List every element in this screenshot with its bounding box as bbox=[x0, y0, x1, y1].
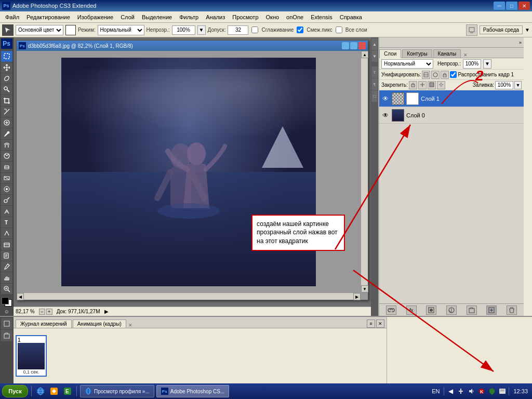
tray-arrow[interactable]: ◀ bbox=[446, 387, 455, 395]
tool-pen[interactable] bbox=[1, 206, 12, 216]
fill-input[interactable] bbox=[495, 81, 513, 89]
menu-onone[interactable]: onOne bbox=[283, 13, 307, 21]
layer-opacity-input[interactable] bbox=[463, 59, 481, 69]
layer-group-btn[interactable] bbox=[467, 305, 477, 315]
unify-position-btn[interactable] bbox=[422, 71, 430, 79]
canvas-close[interactable] bbox=[358, 42, 366, 49]
tool-type[interactable]: T bbox=[1, 217, 12, 228]
side-tool-1[interactable]: ▲ bbox=[371, 38, 378, 50]
menu-help[interactable]: Справка bbox=[337, 13, 365, 21]
side-tool-5[interactable]: □ bbox=[371, 90, 378, 102]
workspace-icon[interactable] bbox=[466, 24, 477, 36]
layer-blend-mode[interactable]: Нормальный bbox=[381, 59, 433, 69]
menu-layer[interactable]: Слой bbox=[117, 13, 138, 21]
foreground-color[interactable] bbox=[65, 25, 76, 35]
taskbar-item-photoshop[interactable]: Ps Adobe Photoshop CS... bbox=[156, 385, 230, 397]
tool-zoom[interactable] bbox=[1, 284, 12, 294]
tray-security-icon[interactable] bbox=[488, 387, 496, 395]
scroll-h-track[interactable] bbox=[24, 293, 353, 300]
antialias-checkbox[interactable] bbox=[251, 26, 258, 33]
scroll-v-track[interactable] bbox=[361, 58, 368, 285]
tool-magic-wand[interactable] bbox=[1, 84, 12, 95]
lock-pixels-btn[interactable] bbox=[409, 81, 417, 89]
bottom-tool-1[interactable] bbox=[1, 318, 12, 329]
tray-network-icon[interactable] bbox=[457, 387, 465, 395]
panel-menu-btn[interactable]: ≡ bbox=[367, 320, 375, 328]
ie-icon[interactable] bbox=[35, 385, 46, 397]
layer-new-btn[interactable] bbox=[486, 305, 497, 315]
layer-adjustment-btn[interactable] bbox=[446, 305, 457, 315]
tool-brush[interactable] bbox=[1, 128, 12, 139]
canvas-maximize[interactable] bbox=[350, 42, 357, 49]
tray-volume-icon[interactable] bbox=[467, 387, 475, 395]
layers-panel-close[interactable]: ✕ bbox=[463, 52, 468, 58]
tool-move[interactable] bbox=[1, 62, 12, 73]
lang-indicator[interactable]: EN bbox=[430, 388, 442, 394]
opacity-arrow[interactable]: ▼ bbox=[197, 25, 206, 35]
lock-pos-btn[interactable] bbox=[418, 81, 427, 89]
menu-edit[interactable]: Редактирование bbox=[23, 13, 73, 21]
quick-mask[interactable]: ⊙ bbox=[2, 308, 11, 315]
scroll-up-btn[interactable]: ▲ bbox=[361, 51, 368, 58]
tray-time-icon[interactable] bbox=[498, 387, 507, 395]
alllayers-checkbox[interactable] bbox=[336, 26, 342, 33]
layer-mask-btn[interactable] bbox=[426, 305, 436, 315]
tool-eyedropper[interactable] bbox=[1, 261, 12, 272]
menu-view[interactable]: Просмотр bbox=[229, 13, 261, 21]
panel-close-btn[interactable]: ✕ bbox=[376, 320, 384, 328]
tool-lasso[interactable] bbox=[1, 73, 12, 84]
layer-row-0[interactable]: 👁 Слой 0 bbox=[379, 107, 524, 124]
layer-fx-btn[interactable]: fx bbox=[406, 305, 417, 315]
animation-frame-1[interactable]: 1 0,1 сек. bbox=[16, 335, 47, 377]
close-button[interactable]: ✕ bbox=[518, 2, 530, 10]
tool-shape[interactable] bbox=[1, 239, 12, 249]
taskbar-item-browser[interactable]: Просмотр профиля »... bbox=[80, 385, 154, 397]
menu-window[interactable]: Окно bbox=[263, 13, 283, 21]
unify-lock-btn[interactable] bbox=[441, 71, 449, 79]
color-swatches[interactable] bbox=[1, 297, 12, 307]
tool-history[interactable] bbox=[1, 151, 12, 161]
layer-0-visibility[interactable]: 👁 bbox=[381, 111, 390, 119]
menu-analyze[interactable]: Анализ bbox=[203, 13, 228, 21]
side-tool-3[interactable]: T bbox=[371, 66, 378, 78]
zoom-in-icon[interactable]: + bbox=[46, 309, 52, 315]
canvas-minimize[interactable] bbox=[342, 42, 349, 49]
panel-options-btn[interactable]: » bbox=[519, 40, 522, 45]
tool-healing[interactable] bbox=[1, 117, 12, 128]
tab-animation-close[interactable]: ✕ bbox=[128, 323, 132, 328]
menu-extensis[interactable]: Extensis bbox=[308, 13, 336, 21]
tool-eraser[interactable] bbox=[1, 162, 12, 172]
tool-hand[interactable] bbox=[1, 272, 12, 283]
lock-all-btn[interactable] bbox=[428, 81, 436, 89]
menu-select[interactable]: Выделение bbox=[139, 13, 175, 21]
start-button[interactable]: Пуск bbox=[2, 385, 28, 397]
tab-measurements[interactable]: Журнал измерений bbox=[16, 320, 72, 328]
unify-face-btn[interactable] bbox=[431, 71, 440, 79]
scroll-corner[interactable]: ▶ bbox=[353, 293, 361, 300]
tool-dodge[interactable] bbox=[1, 195, 12, 205]
menu-file[interactable]: Файл bbox=[2, 13, 22, 21]
regime-select[interactable]: Нормальный bbox=[98, 25, 144, 35]
workspace-arrow[interactable]: ▼ bbox=[525, 27, 530, 33]
lock-extra-btn[interactable] bbox=[437, 81, 445, 89]
tool-blur[interactable] bbox=[1, 184, 12, 194]
tool-notes[interactable] bbox=[1, 250, 12, 261]
canvas-scrollbar-h[interactable]: ◀ ▶ bbox=[17, 292, 361, 300]
tray-antivirus-icon[interactable]: K bbox=[477, 387, 486, 395]
fill-arrow[interactable]: ▼ bbox=[514, 81, 522, 89]
side-tool-4[interactable]: ¶ bbox=[371, 78, 378, 90]
tool-crop[interactable] bbox=[1, 95, 12, 105]
scroll-down-btn[interactable]: ▼ bbox=[361, 285, 368, 292]
quicklaunch-icon-2[interactable]: E bbox=[62, 385, 73, 397]
layer-link-btn[interactable] bbox=[386, 305, 396, 315]
tool-marquee[interactable] bbox=[1, 51, 12, 61]
scroll-left-btn[interactable]: ◀ bbox=[17, 293, 24, 300]
adjacent-checkbox[interactable] bbox=[297, 26, 303, 33]
menu-filter[interactable]: Фильтр bbox=[176, 13, 202, 21]
workspace-button[interactable]: Рабочая среда bbox=[480, 25, 523, 34]
zoom-out-icon[interactable]: − bbox=[39, 309, 45, 315]
tolerance-input[interactable] bbox=[228, 25, 248, 35]
side-tool-2[interactable]: ▼ bbox=[371, 50, 378, 62]
opacity-input[interactable] bbox=[172, 25, 195, 35]
canvas-scrollbar-v[interactable]: ▲ ▼ bbox=[361, 51, 368, 292]
